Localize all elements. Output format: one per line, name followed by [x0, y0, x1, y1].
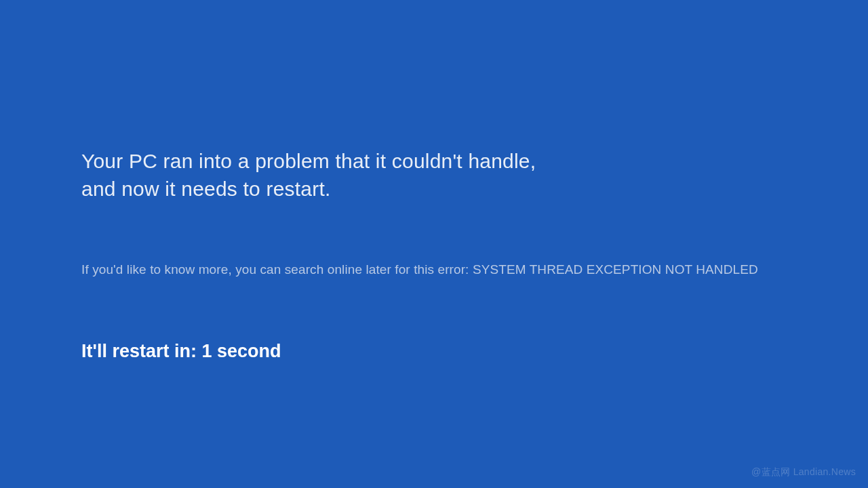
error-headline: Your PC ran into a problem that it could… [81, 148, 827, 203]
restart-countdown: It'll restart in: 1 second [81, 341, 827, 362]
headline-line-1: Your PC ran into a problem that it could… [81, 150, 536, 172]
detail-prefix: If you'd like to know more, you can sear… [81, 262, 473, 277]
error-detail: If you'd like to know more, you can sear… [81, 262, 827, 277]
watermark: @蓝点网 Landian.News [751, 466, 856, 479]
restart-value: 1 second [201, 341, 281, 361]
error-code: SYSTEM THREAD EXCEPTION NOT HANDLED [473, 262, 758, 277]
restart-label: It'll restart in: [81, 341, 201, 361]
headline-line-2: and now it needs to restart. [81, 178, 330, 200]
bsod-content: Your PC ran into a problem that it could… [81, 148, 827, 362]
